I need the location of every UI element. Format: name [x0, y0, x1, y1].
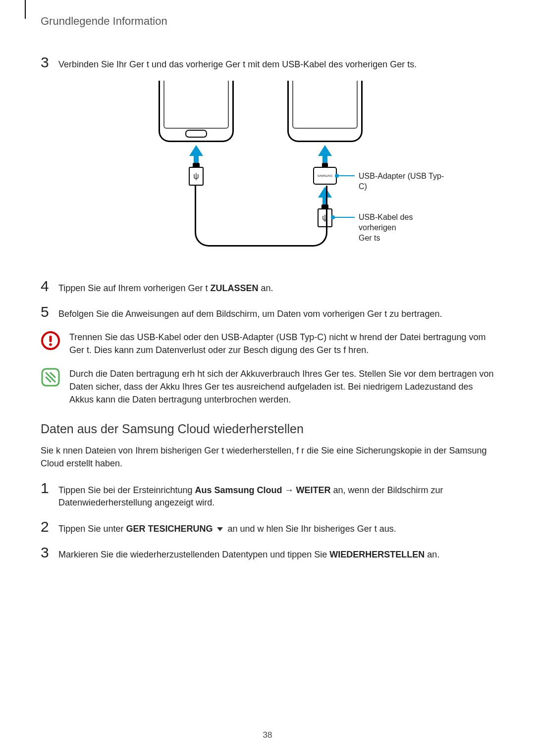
step-text: Tippen Sie auf Ihrem vorherigen Ger t ZU…	[58, 279, 494, 295]
svg-point-2	[49, 343, 52, 346]
cloud-step-3: 3 Markieren Sie die wiederherzustellende…	[41, 545, 494, 561]
tip-note: Durch die Daten bertragung erh ht sich d…	[41, 367, 494, 406]
step-text: Tippen Sie unter GER TESICHERUNG an und …	[58, 519, 494, 535]
step-3: 3 Verbinden Sie Ihr Ger t und das vorher…	[41, 55, 494, 71]
callout-adapter: USB-Adapter (USB Typ-C)	[359, 171, 446, 192]
cloud-restore-heading: Daten aus der Samsung Cloud wiederherste…	[41, 422, 494, 436]
step-text: Verbinden Sie Ihr Ger t und das vorherig…	[58, 55, 494, 71]
svg-rect-1	[50, 336, 52, 342]
step-number: 5	[41, 304, 58, 319]
your-device-icon	[287, 81, 363, 142]
home-button-icon	[185, 130, 207, 138]
tip-icon	[41, 367, 60, 387]
step-4: 4 Tippen Sie auf Ihrem vorherigen Ger t …	[41, 279, 494, 295]
arrow-up-icon	[318, 145, 332, 156]
step-number: 1	[41, 481, 58, 496]
step-number: 3	[41, 545, 58, 560]
leader-line	[333, 217, 355, 218]
step-5: 5 Befolgen Sie die Anweisungen auf dem B…	[41, 304, 494, 320]
step-number: 2	[41, 519, 58, 534]
usb-adapter-icon: SAMSUNG	[313, 167, 337, 185]
cloud-restore-intro: Sie k nnen Dateien von Ihrem bisherigen …	[41, 444, 494, 470]
dropdown-icon	[216, 526, 224, 532]
section-header: Grundlegende Information	[41, 15, 494, 28]
arrow-up-icon	[189, 145, 203, 156]
warning-text: Trennen Sie das USB-Kabel oder den USB-A…	[69, 331, 494, 356]
step-text: Markieren Sie die wiederherzustellenden …	[58, 545, 494, 561]
usb-plug-icon: ψ	[189, 167, 204, 186]
page-tab-marker	[25, 0, 30, 19]
step-number: 4	[41, 279, 58, 294]
usb-cable-icon	[195, 186, 327, 247]
step-number: 3	[41, 55, 58, 70]
step-text: Befolgen Sie die Anweisungen auf dem Bil…	[58, 304, 494, 320]
warning-note: Trennen Sie das USB-Kabel oder den USB-A…	[41, 331, 494, 356]
step-text: Tippen Sie bei der Ersteinrichtung Aus S…	[58, 481, 494, 509]
previous-device-icon	[159, 81, 234, 142]
page-number: 38	[0, 730, 535, 740]
cloud-step-2: 2 Tippen Sie unter GER TESICHERUNG an un…	[41, 519, 494, 535]
cloud-step-1: 1 Tippen Sie bei der Ersteinrichtung Aus…	[41, 481, 494, 509]
leader-line	[337, 175, 355, 176]
document-page: Grundlegende Information 3 Verbinden Sie…	[0, 0, 535, 756]
warning-icon	[41, 331, 60, 351]
callout-cable: USB-Kabel des vorherigen Ger ts	[359, 212, 446, 243]
tip-text: Durch die Daten bertragung erh ht sich d…	[69, 367, 494, 406]
connection-diagram: Vorheriges Ger t Ihr Ger t ψ SAMSUNG ψ	[41, 81, 494, 264]
